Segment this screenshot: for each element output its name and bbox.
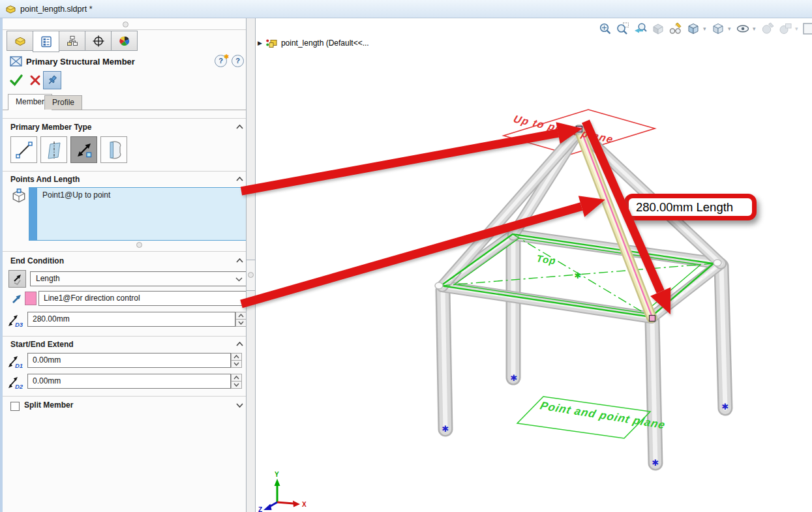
- triad-y-label: Y: [275, 471, 279, 478]
- apply-scene-button[interactable]: [777, 21, 793, 37]
- start-extend-input[interactable]: 0.00mm: [27, 353, 231, 368]
- spin-down-button[interactable]: [235, 319, 247, 327]
- collapse-chevron-icon[interactable]: [236, 125, 243, 129]
- solidworks-window: point_length.sldprt *: [0, 0, 812, 512]
- zoom-to-area-button[interactable]: [615, 21, 631, 37]
- point-and-length-icon: [74, 140, 94, 160]
- leg-sketch-points[interactable]: ✱ ✱ ✱ ✱: [442, 373, 729, 468]
- pushpin-icon: [46, 74, 58, 86]
- spin-down-button[interactable]: [231, 381, 242, 389]
- end-extend-input[interactable]: 0.00mm: [27, 374, 231, 389]
- view-settings-button[interactable]: [802, 21, 812, 37]
- up-to-plane-icon: [104, 140, 124, 160]
- tab-feature-manager-tree[interactable]: [7, 31, 33, 51]
- end-condition-dropdown[interactable]: Length: [30, 271, 248, 286]
- point-and-point-plane-group[interactable]: Point and point plane: [517, 397, 667, 438]
- collapse-chevron-icon[interactable]: [236, 258, 243, 263]
- tab-configuration-manager[interactable]: [59, 31, 85, 51]
- feature-tree-flyout: ▶ point_length (Default<<...: [258, 37, 369, 49]
- end-condition-mode-button[interactable]: [8, 270, 26, 288]
- hide-show-annotations-button[interactable]: [668, 21, 684, 37]
- section-separator: [3, 118, 248, 119]
- feature-header: Primary Structural Member ?✱ ?: [3, 55, 248, 70]
- model-scene[interactable]: ✱ Top Point and point plane: [256, 18, 812, 512]
- triad-x-label: X: [302, 501, 307, 508]
- collapse-chevron-icon[interactable]: [236, 177, 243, 181]
- selected-point-end[interactable]: [650, 316, 655, 322]
- selected-point-apex[interactable]: [577, 127, 582, 132]
- help-icon[interactable]: ?: [232, 55, 244, 67]
- spin-down-button[interactable]: [231, 360, 242, 368]
- previous-view-button[interactable]: [633, 21, 648, 37]
- section-points-and-length-label: Points And Length: [10, 175, 80, 184]
- hide-show-items-button[interactable]: [735, 21, 751, 37]
- split-member-checkbox[interactable]: [10, 402, 20, 411]
- collapse-chevron-icon[interactable]: [236, 342, 243, 346]
- section-view-button[interactable]: [650, 21, 666, 37]
- selected-point-item[interactable]: Point1@Up to point: [42, 190, 110, 200]
- point-to-point-icon: [14, 140, 34, 160]
- length-callout-text: 280.00mm Length: [636, 200, 733, 214]
- tab-display-manager[interactable]: [111, 31, 138, 51]
- display-style-cube-icon: [711, 22, 725, 36]
- part-tree-icon: [265, 37, 278, 49]
- direction-reference-field[interactable]: Line1@For direction control: [38, 291, 248, 306]
- section-separator: [3, 396, 248, 397]
- tab-dimxpert-manager[interactable]: [85, 31, 112, 51]
- tree-expand-arrow-icon[interactable]: ▶: [258, 40, 262, 46]
- frame-legs[interactable]: [443, 237, 725, 463]
- member-type-between-planes-button[interactable]: [40, 136, 67, 163]
- end-extend-dimension-icon: D2: [7, 374, 25, 390]
- display-style-caret[interactable]: ▾: [728, 25, 733, 32]
- end-condition-value: Length: [36, 274, 60, 283]
- listbox-resize-grip[interactable]: [136, 242, 142, 248]
- edit-appearance-button[interactable]: [760, 21, 775, 37]
- cancel-x-icon[interactable]: [29, 74, 41, 86]
- hide-show-items-caret[interactable]: ▾: [753, 25, 758, 32]
- apply-scene-caret[interactable]: ▾: [795, 25, 800, 32]
- points-selection-listbox[interactable]: Point1@Up to point: [29, 187, 247, 241]
- svg-text:✱: ✱: [652, 458, 659, 468]
- panel-top-splitter[interactable]: [3, 18, 248, 30]
- zoom-to-fit-icon: [598, 22, 612, 36]
- d1-label: D1: [15, 362, 23, 369]
- expand-chevron-icon[interactable]: [236, 403, 243, 408]
- ok-check-icon[interactable]: [9, 73, 23, 87]
- between-planes-icon: [44, 140, 64, 160]
- whats-new-help-icon[interactable]: ?✱: [215, 55, 227, 67]
- start-extend-dimension-icon: D1: [7, 354, 25, 369]
- start-extend-spinner: [231, 353, 241, 367]
- view-orientation-button[interactable]: [685, 21, 701, 37]
- graphics-area[interactable]: ▾ ▾ ▾: [256, 18, 812, 512]
- display-style-button[interactable]: [710, 21, 726, 37]
- keep-visible-pin-button[interactable]: [43, 71, 61, 89]
- pm-subtabs: Member Profile: [3, 94, 248, 110]
- sketch-center-point[interactable]: ✱: [575, 271, 582, 280]
- svg-text:✱: ✱: [442, 424, 449, 434]
- pm-action-bar: [3, 73, 248, 91]
- feature-title: Primary Structural Member: [26, 57, 135, 67]
- display-manager-icon: [118, 35, 131, 48]
- member-type-point-to-point-button[interactable]: [10, 136, 37, 163]
- panel-splitter[interactable]: [246, 18, 256, 512]
- member-type-point-and-length-button[interactable]: [70, 136, 97, 163]
- part-document-icon: [5, 4, 16, 14]
- end-extend-spinner: [231, 374, 241, 388]
- svg-text:✱: ✱: [722, 402, 729, 412]
- tab-property-manager[interactable]: [33, 31, 59, 52]
- view-orientation-caret[interactable]: ▾: [703, 25, 708, 32]
- splitter-grip[interactable]: [248, 272, 254, 278]
- d2-label: D2: [15, 383, 23, 390]
- section-separator: [3, 251, 248, 252]
- member-type-up-to-plane-button[interactable]: [100, 136, 127, 163]
- view-orientation-cube-icon: [686, 22, 700, 36]
- tab-profile[interactable]: Profile: [44, 95, 82, 110]
- zoom-to-fit-button[interactable]: [597, 21, 613, 37]
- splitter-grip[interactable]: [123, 22, 128, 27]
- length-value-input[interactable]: 280.00mm: [27, 312, 235, 327]
- property-manager-panel: Primary Structural Member ?✱ ?: [0, 18, 246, 512]
- selection-color-swatch: [25, 292, 37, 305]
- feature-tree-root-label[interactable]: point_length (Default<<...: [281, 38, 369, 48]
- section-start-end-extend-label: Start/End Extend: [10, 340, 74, 349]
- dimxpert-icon: [92, 35, 105, 48]
